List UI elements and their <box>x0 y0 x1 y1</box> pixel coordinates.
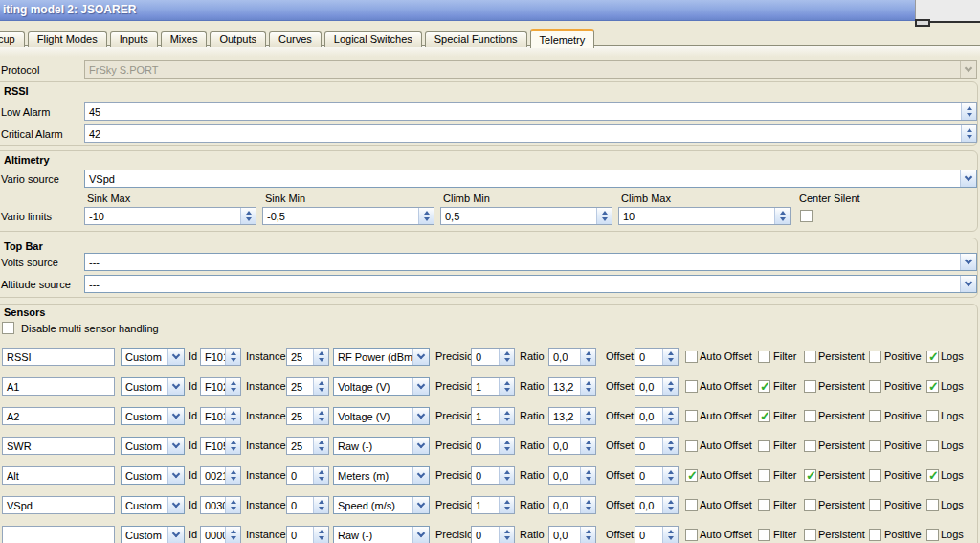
sensor-instance-spinbox[interactable]: 25 <box>286 407 329 425</box>
sensor-positive-checkbox[interactable] <box>869 469 881 482</box>
spinner-buttons[interactable] <box>662 349 678 365</box>
sensor-filter-checkbox[interactable] <box>758 351 770 363</box>
dropdown-arrow-button[interactable] <box>412 378 429 395</box>
protocol-combo[interactable]: FrSky S.PORT <box>84 60 977 79</box>
sensor-precision-spinbox[interactable]: 1 <box>471 377 515 396</box>
sensor-offset-spinbox[interactable]: 0 <box>635 348 679 366</box>
tab-special-functions[interactable]: Special Functions <box>425 31 527 47</box>
sensor-positive-checkbox[interactable] <box>869 499 881 511</box>
sensor-precision-spinbox[interactable]: 1 <box>471 496 515 514</box>
sensor-logs-checkbox[interactable] <box>926 529 939 541</box>
dropdown-arrow-button[interactable] <box>960 170 976 187</box>
spinner-buttons[interactable] <box>662 467 678 484</box>
sensor-name-input[interactable]: A1 <box>2 377 115 396</box>
dropdown-arrow-button[interactable] <box>167 467 184 484</box>
climb-min-spinbox[interactable]: 0,5 <box>440 207 612 225</box>
tab-mixes[interactable]: Mixes <box>161 31 208 47</box>
spinner-buttons[interactable] <box>580 378 595 395</box>
sensor-positive-checkbox[interactable] <box>869 351 881 363</box>
sensor-type-combo[interactable]: Custom <box>121 496 185 514</box>
sensor-unit-combo[interactable]: Meters (m) <box>333 466 430 485</box>
sensor-offset-spinbox[interactable]: 0,0 <box>635 496 679 514</box>
sensor-instance-spinbox[interactable]: 0 <box>286 466 329 485</box>
spinner-buttons[interactable] <box>596 208 612 224</box>
spinner-buttons[interactable] <box>225 378 240 395</box>
sensor-type-combo[interactable]: Custom <box>121 437 185 455</box>
sensor-unit-combo[interactable]: Voltage (V) <box>333 407 430 425</box>
spinner-buttons[interactable] <box>313 349 328 365</box>
spinner-buttons[interactable] <box>580 438 595 454</box>
spinner-buttons[interactable] <box>499 408 514 424</box>
rssi-low-alarm-spinbox[interactable]: 45 <box>84 102 977 121</box>
spinner-buttons[interactable] <box>225 438 240 454</box>
sensor-id-spinbox[interactable]: F102 <box>200 377 241 396</box>
sensor-name-input[interactable]: SWR <box>2 437 115 455</box>
sensor-filter-checkbox[interactable] <box>758 469 770 482</box>
tab-flight-modes[interactable]: Flight Modes <box>28 31 107 47</box>
spinner-buttons[interactable] <box>313 497 328 513</box>
disable-multi-sensor-checkbox[interactable] <box>2 322 14 334</box>
dropdown-arrow-button[interactable] <box>167 378 184 395</box>
spinner-buttons[interactable] <box>313 438 328 454</box>
sensor-logs-checkbox[interactable] <box>926 410 939 422</box>
dropdown-arrow-button[interactable] <box>167 438 184 454</box>
sensor-precision-spinbox[interactable]: 0 <box>471 348 515 366</box>
tab-cup[interactable]: cup <box>0 31 25 47</box>
dropdown-arrow-button[interactable] <box>167 349 184 365</box>
sensor-positive-checkbox[interactable] <box>869 440 881 452</box>
spinner-buttons[interactable] <box>774 208 790 224</box>
spinner-buttons[interactable] <box>662 378 678 395</box>
sensor-ratio-spinbox[interactable]: 13,2 <box>548 407 596 425</box>
sensor-id-spinbox[interactable]: 0030 <box>200 496 241 514</box>
spinner-buttons[interactable] <box>662 408 678 424</box>
dropdown-arrow-button[interactable] <box>960 276 976 292</box>
sensor-instance-spinbox[interactable]: 25 <box>286 437 329 455</box>
sensor-persistent-checkbox[interactable] <box>804 410 816 422</box>
sensor-persistent-checkbox[interactable] <box>804 469 816 482</box>
sink-max-spinbox[interactable]: -10 <box>84 207 256 225</box>
sensor-filter-checkbox[interactable] <box>758 380 770 393</box>
sensor-offset-spinbox[interactable]: 0,0 <box>635 377 679 396</box>
dropdown-arrow-button[interactable] <box>167 497 184 513</box>
sensor-auto-offset-checkbox[interactable] <box>685 410 698 422</box>
dropdown-arrow-button[interactable] <box>412 527 429 543</box>
sensor-id-spinbox[interactable]: 0021 <box>200 466 241 485</box>
sink-min-spinbox[interactable]: -0,5 <box>262 207 434 225</box>
volts-source-combo[interactable]: --- <box>84 253 977 271</box>
sensor-logs-checkbox[interactable] <box>926 380 939 393</box>
spinner-buttons[interactable] <box>499 467 514 484</box>
sensor-auto-offset-checkbox[interactable] <box>685 499 698 511</box>
dropdown-arrow-button[interactable] <box>960 254 976 270</box>
spinner-buttons[interactable] <box>580 349 595 365</box>
sensor-instance-spinbox[interactable]: 25 <box>286 348 329 366</box>
sensor-id-spinbox[interactable]: F103 <box>200 407 241 425</box>
dropdown-arrow-button[interactable] <box>960 61 976 78</box>
sensor-auto-offset-checkbox[interactable] <box>685 351 698 363</box>
spinner-buttons[interactable] <box>580 497 595 513</box>
sensor-logs-checkbox[interactable] <box>926 499 939 511</box>
sensor-unit-combo[interactable]: Speed (m/s) <box>333 496 430 514</box>
sensor-ratio-spinbox[interactable]: 0,0 <box>548 526 596 543</box>
sensor-name-input[interactable]: RSSI <box>2 348 115 366</box>
sensor-positive-checkbox[interactable] <box>869 410 881 422</box>
dropdown-arrow-button[interactable] <box>167 527 184 543</box>
sensor-persistent-checkbox[interactable] <box>804 351 816 363</box>
sensor-ratio-spinbox[interactable]: 0,0 <box>548 466 596 485</box>
dropdown-arrow-button[interactable] <box>412 349 429 365</box>
tab-outputs[interactable]: Outputs <box>210 31 266 47</box>
sensor-precision-spinbox[interactable]: 0 <box>471 466 515 485</box>
sensor-auto-offset-checkbox[interactable] <box>685 529 698 541</box>
spinner-buttons[interactable] <box>418 208 434 224</box>
sensor-filter-checkbox[interactable] <box>758 410 770 422</box>
sensor-persistent-checkbox[interactable] <box>804 380 816 393</box>
sensor-type-combo[interactable]: Custom <box>121 407 185 425</box>
spinner-buttons[interactable] <box>662 527 678 543</box>
spinner-buttons[interactable] <box>580 467 595 484</box>
sensor-persistent-checkbox[interactable] <box>804 499 816 511</box>
spinner-buttons[interactable] <box>313 378 328 395</box>
spinner-buttons[interactable] <box>225 467 240 484</box>
sensor-name-input[interactable]: Alt <box>2 466 115 485</box>
spinner-buttons[interactable] <box>240 208 256 224</box>
spinner-buttons[interactable] <box>961 103 976 120</box>
sensor-name-input[interactable]: VSpd <box>2 496 115 514</box>
